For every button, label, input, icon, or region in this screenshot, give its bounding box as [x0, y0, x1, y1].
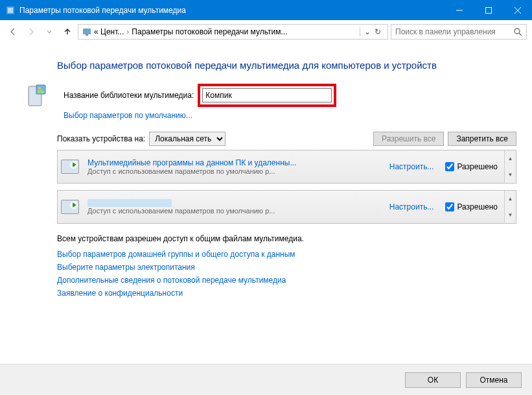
scroll-up-icon[interactable]: ▲: [505, 150, 516, 167]
show-devices-label: Показать устройства на:: [57, 134, 145, 143]
scroll-down-icon[interactable]: ▼: [505, 207, 516, 223]
app-icon: [5, 5, 16, 16]
allow-checkbox[interactable]: [445, 202, 454, 211]
scroll-down-icon[interactable]: ▼: [505, 167, 516, 183]
minimize-button[interactable]: [445, 0, 474, 20]
maximize-button[interactable]: [474, 0, 503, 20]
device-desc: Доступ с использованием параметров по ум…: [87, 167, 379, 175]
scrollbar[interactable]: ▲ ▼: [505, 191, 516, 223]
up-button[interactable]: [60, 24, 75, 40]
cancel-button[interactable]: Отмена: [466, 372, 522, 388]
svg-rect-1: [8, 8, 13, 13]
breadcrumb-dropdown[interactable]: ⌄ ↻: [360, 27, 385, 36]
power-options-link[interactable]: Выберите параметры электропитания: [57, 263, 516, 272]
default-params-link[interactable]: Выбор параметров по умолчанию...: [64, 111, 192, 120]
device-row[interactable]: Доступ с использованием параметров по ум…: [57, 190, 516, 224]
device-icon: [58, 150, 82, 183]
search-input[interactable]: [395, 27, 513, 36]
refresh-icon[interactable]: ↻: [375, 27, 381, 36]
dialog-footer: ОК Отмена: [0, 364, 532, 395]
highlight-annotation: [198, 84, 336, 107]
back-button[interactable]: [5, 24, 21, 40]
scrollbar[interactable]: ▲ ▼: [505, 150, 516, 183]
control-panel-icon: [81, 26, 93, 38]
breadcrumb-segment[interactable]: « Цент...: [94, 27, 124, 36]
window-title: Параметры потоковой передачи мультимедиа: [19, 6, 445, 15]
ok-button[interactable]: ОК: [405, 372, 461, 388]
svg-line-9: [519, 33, 522, 36]
allow-label: Разрешено: [457, 202, 498, 211]
forward-button[interactable]: [23, 24, 39, 40]
status-text: Всем устройствам разрешен доступ к общим…: [57, 234, 516, 243]
customize-link[interactable]: Настроить...: [384, 191, 439, 223]
scroll-up-icon[interactable]: ▲: [505, 191, 516, 207]
svg-rect-6: [83, 29, 91, 34]
page-heading: Выбор параметров потоковой передачи муль…: [57, 59, 516, 72]
customize-link[interactable]: Настроить...: [384, 150, 439, 183]
deny-all-button[interactable]: Запретить все: [448, 132, 516, 146]
chevron-down-icon: ⌄: [364, 27, 371, 36]
library-name-input[interactable]: [202, 88, 332, 102]
svg-rect-13: [38, 90, 44, 93]
more-info-link[interactable]: Дополнительные сведения о потоковой пере…: [57, 276, 516, 285]
search-box[interactable]: [391, 24, 527, 40]
device-name[interactable]: Мультимедийные программы на данном ПК и …: [87, 158, 379, 167]
privacy-link[interactable]: Заявление о конфиденциальности: [57, 289, 516, 298]
device-name-redacted[interactable]: [87, 199, 172, 207]
device-desc: Доступ с использованием параметров по ум…: [87, 207, 379, 215]
breadcrumb[interactable]: « Цент... › Параметры потоковой передачи…: [78, 24, 388, 40]
svg-point-8: [515, 29, 520, 34]
library-name-label: Название библиотеки мультимедиа:: [64, 91, 194, 100]
device-list: Мультимедийные программы на данном ПК и …: [57, 150, 516, 224]
allow-label: Разрешено: [457, 162, 498, 171]
svg-point-12: [38, 87, 41, 90]
allow-all-button[interactable]: Разрешить все: [373, 132, 444, 146]
svg-rect-7: [86, 34, 88, 36]
allow-checkbox[interactable]: [445, 162, 454, 171]
nav-toolbar: « Цент... › Параметры потоковой передачи…: [0, 20, 532, 43]
related-links: Выбор параметров домашней группы и общег…: [57, 250, 516, 298]
media-library-icon: [25, 84, 51, 110]
device-row[interactable]: Мультимедийные программы на данном ПК и …: [57, 150, 516, 184]
close-button[interactable]: [503, 0, 532, 20]
homegroup-link[interactable]: Выбор параметров домашней группы и общег…: [57, 250, 516, 259]
chevron-right-icon: ›: [125, 27, 130, 36]
device-icon: [58, 191, 82, 223]
content-area: Выбор параметров потоковой передачи муль…: [0, 43, 532, 364]
breadcrumb-segment[interactable]: Параметры потоковой передачи мультим...: [132, 27, 287, 36]
svg-rect-3: [485, 7, 491, 13]
search-icon[interactable]: [513, 27, 522, 36]
recent-dropdown-icon[interactable]: [41, 24, 57, 40]
titlebar: Параметры потоковой передачи мультимедиа: [0, 0, 532, 20]
network-select[interactable]: Локальная сеть: [149, 132, 226, 146]
